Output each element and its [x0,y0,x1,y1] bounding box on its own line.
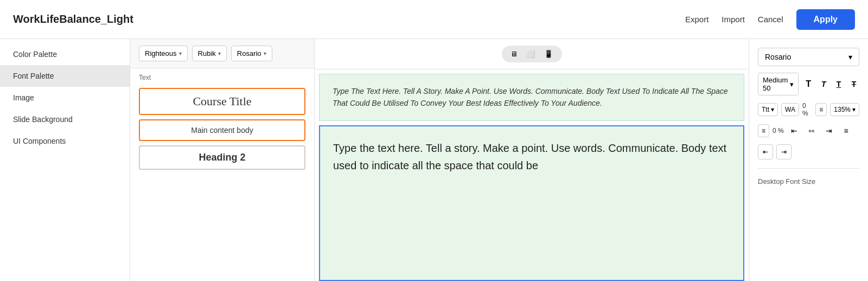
desktop-font-label: Desktop Font Size [758,177,859,186]
divider [758,168,859,169]
course-title-preview: Course Title [148,94,297,108]
chevron-down-icon-line: ▾ [852,106,856,113]
indent-buttons-row: ⇤ ⇥ [758,144,859,159]
word-spacing-val: 0 % [802,102,812,117]
preview-body-text: Type The Text Here. Tell A Story. Make A… [333,85,731,110]
content-area: Righteous ▾ Rubik ▾ Rosario ▾ Text [130,39,868,281]
bold-button[interactable]: T [803,76,814,92]
chevron-down-icon-3: ▾ [264,50,266,56]
align-right-button[interactable]: ⇥ [822,124,836,138]
line-spacing-icon: ≡ [819,106,823,113]
preview-area: 🖥 ⬜ 📱 Type The Text Here. Tell A Story. … [315,39,749,281]
font-dropdown-2[interactable]: Rubik ▾ [192,46,227,61]
font-item-course-title[interactable]: Course Title [139,88,305,115]
cancel-button[interactable]: Cancel [758,15,783,24]
font-text-label: Text [130,68,314,84]
export-button[interactable]: Export [685,15,709,24]
mobile-icon: 📱 [544,50,553,58]
device-toolbar: 🖥 ⬜ 📱 [315,39,749,69]
font-items-list: Course Title Main content body Heading 2 [130,84,314,281]
chevron-down-icon-size: ▾ [790,80,794,88]
tablet-icon: ⬜ [526,50,535,58]
desktop-icon: 🖥 [510,50,518,58]
header-actions: Export Import Cancel Apply [685,9,855,30]
size-dropdown[interactable]: Medium 50 ▾ [758,73,799,95]
sidebar-item-ui-components[interactable]: UI Components [0,130,130,152]
main-layout: Color Palette Font Palette Image Slide B… [0,39,868,281]
right-font-dropdown[interactable]: Rosario ▾ [758,48,859,66]
size-format-row: Medium 50 ▾ T T T T [758,73,859,95]
header: WorkLifeBalance_Light Export Import Canc… [0,0,868,39]
preview-main-box: Type the text here. Tell a story. Make a… [319,125,744,281]
decrease-indent-button[interactable]: ⇤ [758,144,773,159]
increase-indent-button[interactable]: ⇥ [776,144,792,159]
word-spacing-ctrl[interactable]: WA [781,103,799,116]
indent-icon: ≡ [762,127,765,135]
heading2-preview: Heading 2 [148,152,297,163]
sidebar-item-slide-background[interactable]: Slide Background [0,108,130,130]
sidebar-item-color-palette[interactable]: Color Palette [0,43,130,65]
font-panel: Righteous ▾ Rubik ▾ Rosario ▾ Text [130,39,315,281]
indent-ctrl[interactable]: ≡ [758,124,769,137]
apply-button[interactable]: Apply [796,9,855,30]
font-item-main-body[interactable]: Main content body [139,119,305,141]
align-center-button[interactable]: ⇿ [805,124,819,138]
font-item-heading2[interactable]: Heading 2 [139,145,305,170]
tablet-device-button[interactable]: ⬜ [522,48,540,60]
device-toggle-group: 🖥 ⬜ 📱 [502,46,562,62]
preview-main-text: Type the text here. Tell a story. Make a… [333,139,730,174]
preview-body-text-box: Type The Text Here. Tell A Story. Make A… [319,74,744,121]
line-spacing-ctrl[interactable]: ≡ [815,103,827,116]
font-dropdown-1[interactable]: Righteous ▾ [139,46,188,61]
sidebar: Color Palette Font Palette Image Slide B… [0,39,130,281]
italic-button[interactable]: T [818,76,829,92]
import-button[interactable]: Import [722,15,745,24]
align-left-button[interactable]: ⇤ [787,124,801,138]
mobile-device-button[interactable]: 📱 [540,48,558,60]
baseline-row: Ttt ▾ WA 0 % ≡ 135% ▾ [758,102,859,117]
chevron-down-icon-baseline: ▾ [771,106,774,113]
chevron-down-icon-right: ▾ [848,53,852,61]
main-body-preview: Main content body [148,126,297,135]
app-container: WorkLifeBalance_Light Export Import Canc… [0,0,868,281]
desktop-device-button[interactable]: 🖥 [506,48,522,60]
align-justify-button[interactable]: ≡ [839,124,853,138]
sidebar-item-font-palette[interactable]: Font Palette [0,65,130,87]
font-dropdowns-bar: Righteous ▾ Rubik ▾ Rosario ▾ [130,39,314,68]
baseline-ctrl[interactable]: Ttt ▾ [758,103,778,116]
line-spacing-val-ctrl[interactable]: 135% ▾ [830,103,859,116]
chevron-down-icon-2: ▾ [218,50,221,56]
indent-align-row: ≡ 0 % ⇤ ⇿ ⇥ ≡ [758,124,859,138]
font-dropdown-3[interactable]: Rosario ▾ [231,46,272,61]
strikethrough-button[interactable]: T [848,76,859,92]
preview-content: Type The Text Here. Tell A Story. Make A… [315,69,749,281]
app-title: WorkLifeBalance_Light [13,13,133,25]
underline-button[interactable]: T [833,76,844,92]
chevron-down-icon-1: ▾ [179,50,182,56]
indent-val: 0 % [773,127,784,135]
sidebar-item-image[interactable]: Image [0,87,130,108]
right-panel: Rosario ▾ Medium 50 ▾ T T T T [749,39,868,281]
